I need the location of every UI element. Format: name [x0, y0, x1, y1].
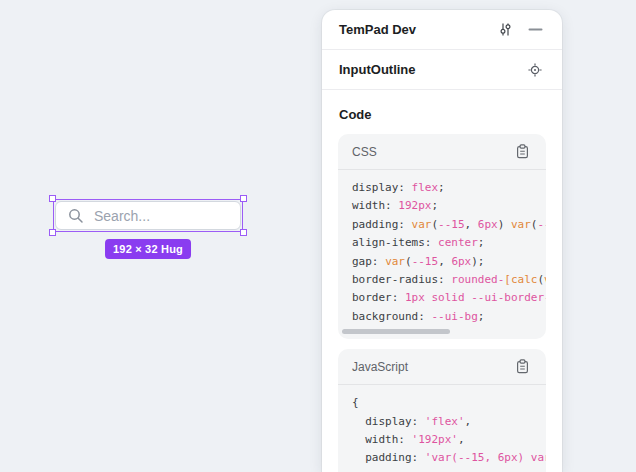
code-body[interactable]: display: flex;width: 192px;padding: var(… [338, 170, 546, 326]
code-line: border-radius: rounded-[calc(v [352, 271, 546, 289]
panel-title: TemPad Dev [339, 22, 493, 37]
code-line: padding: var(--15, 6px) var(-- [352, 216, 546, 234]
code-line: padding: 'var(--15, 6px) var [352, 449, 546, 467]
copy-code-button[interactable] [510, 355, 534, 379]
clipboard-icon [516, 144, 529, 159]
code-section: Code CSSdisplay: flex;width: 192px;paddi… [322, 90, 562, 472]
search-icon [67, 207, 85, 225]
css-code-block: CSSdisplay: flex;width: 192px;padding: v… [338, 134, 546, 339]
locate-icon [528, 63, 542, 77]
code-line: border: 1px solid --ui-border- [352, 289, 546, 307]
scrollbar-thumb[interactable] [342, 329, 450, 334]
code-section-title: Code [339, 107, 546, 122]
search-placeholder: Search... [94, 208, 150, 224]
code-block-title: CSS [352, 145, 510, 159]
minimize-icon [528, 22, 543, 37]
panel-header: TemPad Dev [322, 10, 562, 50]
minimize-button[interactable] [523, 18, 547, 42]
horizontal-scrollbar[interactable] [338, 326, 546, 339]
code-block-title: JavaScript [352, 360, 510, 374]
selection-handle-top-right[interactable] [240, 195, 247, 202]
code-line: display: flex; [352, 179, 546, 197]
search-component-selection[interactable]: Search... 192 × 32 Hug [53, 199, 243, 232]
search-input[interactable]: Search... [55, 201, 241, 230]
code-line: width: '192px', [352, 431, 546, 449]
code-line: width: 192px; [352, 197, 546, 215]
sliders-icon [498, 22, 513, 37]
locate-node-button[interactable] [523, 58, 547, 82]
selection-handle-bottom-left[interactable] [49, 229, 56, 236]
code-line: background: --ui-bg; [352, 308, 546, 326]
settings-sliders-button[interactable] [493, 18, 517, 42]
code-blocks: CSSdisplay: flex;width: 192px;padding: v… [338, 134, 546, 472]
code-line: alignItems: 'center', [352, 468, 546, 472]
clipboard-icon [516, 359, 529, 374]
size-badge: 192 × 32 Hug [105, 239, 191, 259]
code-body[interactable]: { display: 'flex', width: '192px', paddi… [338, 385, 546, 472]
selection-handle-bottom-right[interactable] [240, 229, 247, 236]
tempad-dev-panel: TemPad Dev [322, 10, 562, 472]
code-block-header: CSS [338, 134, 546, 170]
code-line: { [352, 394, 546, 412]
code-line: align-items: center; [352, 234, 546, 252]
selected-node-row: InputOutline [322, 50, 562, 90]
selection-handle-top-left[interactable] [49, 195, 56, 202]
copy-code-button[interactable] [510, 140, 534, 164]
code-block-header: JavaScript [338, 349, 546, 385]
javascript-code-block: JavaScript{ display: 'flex', width: '192… [338, 349, 546, 472]
code-line: display: 'flex', [352, 413, 546, 431]
selected-node-name: InputOutline [339, 62, 523, 77]
code-line: gap: var(--15, 6px); [352, 253, 546, 271]
